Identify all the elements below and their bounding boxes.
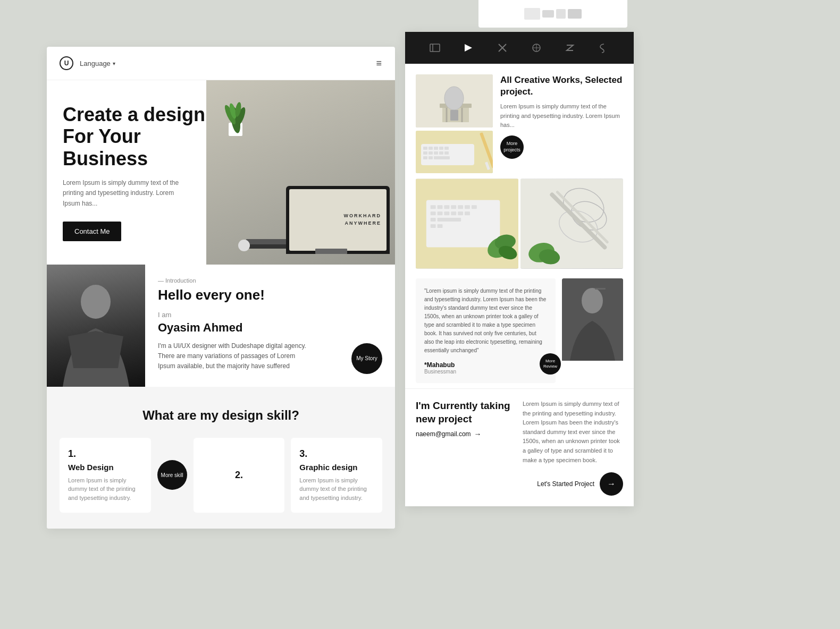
nav-bar: U Language ▾ ≡ xyxy=(47,47,395,80)
cw-image-bottom xyxy=(416,131,493,173)
images-grid xyxy=(405,178,634,269)
svg-rect-45 xyxy=(458,205,463,209)
email-arrow-icon: → xyxy=(474,430,482,438)
svg-rect-26 xyxy=(434,147,438,150)
hero-section: Create a design For Your Business Lorem … xyxy=(47,80,395,265)
svg-point-70 xyxy=(582,288,603,313)
new-project-title: I'm Currently taking new project xyxy=(416,400,516,426)
intro-iam: I am xyxy=(158,311,379,319)
svg-rect-7 xyxy=(430,44,440,52)
chevron-down-icon: ▾ xyxy=(113,61,115,66)
hero-title: Create a design For Your Business xyxy=(63,104,212,169)
wf-icon-3 xyxy=(556,9,566,19)
svg-rect-28 xyxy=(444,147,449,150)
nav-icon-z[interactable] xyxy=(562,40,577,55)
svg-rect-50 xyxy=(444,211,449,215)
svg-rect-49 xyxy=(438,211,443,215)
svg-rect-30 xyxy=(429,151,433,155)
svg-rect-24 xyxy=(423,147,427,150)
more-skill-button[interactable]: More skill xyxy=(157,460,187,490)
svg-rect-35 xyxy=(429,156,433,159)
svg-rect-31 xyxy=(434,151,438,155)
wf-icon-1 xyxy=(524,8,540,20)
cw-desc: Lorem Ipsum is simply dummy text of the … xyxy=(500,102,623,130)
portrait-image xyxy=(562,278,623,361)
wireframe-icons xyxy=(524,8,582,20)
lets-started-label: Let's Started Project xyxy=(537,480,594,488)
lets-started-button[interactable]: → xyxy=(600,472,623,496)
language-label: Language xyxy=(80,60,111,67)
svg-rect-34 xyxy=(423,156,427,159)
cw-text: All Creative Works, Selected project. Lo… xyxy=(500,74,623,173)
intro-section: — Introduction Hello every one! I am Oya… xyxy=(47,265,395,387)
svg-rect-48 xyxy=(431,211,436,215)
nav-logo: U xyxy=(60,56,73,70)
svg-rect-43 xyxy=(444,205,449,209)
skills-section: What are my design skill? 1. Web Design … xyxy=(47,387,395,529)
new-project-left: I'm Currently taking new project naeem@g… xyxy=(416,400,516,438)
nav-icon-m[interactable] xyxy=(427,40,442,55)
svg-rect-32 xyxy=(439,151,443,155)
wf-icon-4 xyxy=(568,9,582,19)
svg-rect-36 xyxy=(434,156,450,159)
nav-left: U Language ▾ xyxy=(60,56,115,70)
language-selector[interactable]: Language ▾ xyxy=(80,60,115,67)
svg-rect-25 xyxy=(429,147,433,150)
hero-text: Create a design For Your Business Lorem … xyxy=(47,80,395,265)
hero-subtitle: Lorem Ipsum is simply dummy text of the … xyxy=(63,178,190,209)
new-project-email[interactable]: naeem@gmail.com → xyxy=(416,430,516,438)
skill-num-1: 1. xyxy=(68,448,142,460)
svg-rect-44 xyxy=(451,205,456,209)
svg-rect-33 xyxy=(444,151,449,155)
testimonial-text: "Lorem ipsum is simply dummy text of the… xyxy=(424,287,547,355)
svg-rect-41 xyxy=(431,205,436,209)
email-text: naeem@gmail.com xyxy=(416,430,471,438)
nav-icon-d[interactable] xyxy=(461,40,476,55)
testimonial-name: *Mahabub xyxy=(424,361,547,369)
skill-desc-3: Lorem Ipsum is simply dummy text of the … xyxy=(299,476,374,503)
creative-works: All Creative Works, Selected project. Lo… xyxy=(405,64,634,178)
svg-rect-27 xyxy=(439,147,443,150)
skill-card-2: 2. xyxy=(194,438,285,513)
left-card: U Language ▾ ≡ Create a design For Your … xyxy=(47,47,395,529)
skill-desc-1: Lorem Ipsum is simply dummy text of the … xyxy=(68,476,142,503)
intro-name: Oyasim Ahmed xyxy=(158,321,379,335)
intro-label: — Introduction xyxy=(158,277,379,284)
menu-icon[interactable]: ≡ xyxy=(376,58,382,69)
intro-greeting: Hello every one! xyxy=(158,287,379,303)
intro-desc: I'm a UI/UX designer with Dudeshape digi… xyxy=(158,341,307,372)
wf-icon-2 xyxy=(542,10,554,18)
grid-image-1 xyxy=(416,178,518,269)
cw-image-top xyxy=(416,74,493,128)
svg-rect-42 xyxy=(438,205,443,209)
nav-icon-s[interactable] xyxy=(597,40,611,55)
new-project-section: I'm Currently taking new project naeem@g… xyxy=(405,388,634,506)
svg-rect-57 xyxy=(438,224,443,228)
svg-rect-21 xyxy=(450,110,458,121)
new-project-desc: Lorem Ipsum is simply dummy text of the … xyxy=(523,400,623,465)
more-projects-button[interactable]: More projects xyxy=(500,135,524,159)
arrow-icon: → xyxy=(607,479,616,489)
skills-cards: 1. Web Design Lorem Ipsum is simply dumm… xyxy=(60,438,382,513)
svg-rect-29 xyxy=(423,151,427,155)
new-project-action: Let's Started Project → xyxy=(523,472,623,496)
right-card: All Creative Works, Selected project. Lo… xyxy=(405,32,634,506)
svg-rect-52 xyxy=(458,211,463,215)
skill-card-1: 1. Web Design Lorem Ipsum is simply dumm… xyxy=(60,438,151,513)
nav-icon-x[interactable] xyxy=(495,40,510,55)
new-project-right: Lorem Ipsum is simply dummy text of the … xyxy=(523,400,623,496)
skill-card-3: 3. Graphic design Lorem Ipsum is simply … xyxy=(291,438,382,513)
my-story-button[interactable]: My Story xyxy=(351,343,382,374)
svg-rect-72 xyxy=(595,288,606,290)
more-review-button[interactable]: More Review xyxy=(540,353,561,375)
contact-button[interactable]: Contact Me xyxy=(63,222,121,241)
testimonial-role: Businessman xyxy=(424,369,547,375)
svg-marker-9 xyxy=(465,44,472,52)
dark-nav-bar xyxy=(405,32,634,64)
grid-image-2 xyxy=(520,178,623,269)
testimonial-portrait xyxy=(562,278,623,383)
svg-rect-56 xyxy=(431,224,436,228)
cw-title: All Creative Works, Selected project. xyxy=(500,74,623,98)
svg-rect-53 xyxy=(465,211,470,215)
nav-icon-circle[interactable] xyxy=(529,40,544,55)
